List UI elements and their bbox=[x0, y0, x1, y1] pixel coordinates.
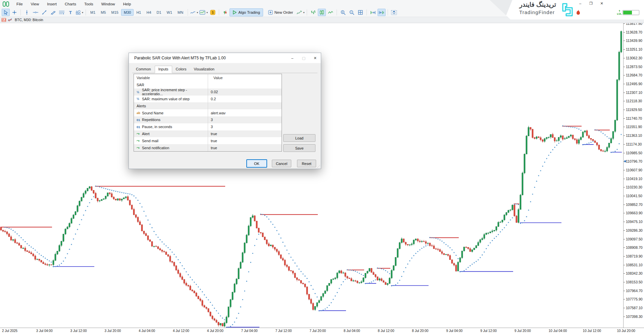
new-order-button[interactable]: New Order bbox=[265, 8, 296, 16]
price-tick bbox=[624, 41, 625, 41]
menu-view[interactable]: View bbox=[27, 1, 43, 7]
price-label: 112495.90 bbox=[626, 82, 642, 86]
horizontal-line-tool-button[interactable] bbox=[32, 9, 40, 16]
timeframe-m30[interactable]: M30 bbox=[121, 9, 134, 16]
tab-colors[interactable]: Colors bbox=[172, 66, 190, 73]
dialog-close-button[interactable]: ✕ bbox=[309, 53, 321, 63]
menu-help[interactable]: Help bbox=[119, 1, 135, 7]
play-icon bbox=[233, 10, 237, 14]
price-tick bbox=[624, 49, 625, 50]
deposit-button[interactable]: $ bbox=[209, 9, 217, 16]
menu-window[interactable]: Window bbox=[98, 1, 119, 7]
tile-windows-button[interactable] bbox=[356, 9, 364, 16]
menu-tools[interactable]: Tools bbox=[81, 1, 97, 7]
indicators-button[interactable]: ▾ bbox=[296, 9, 305, 16]
crosshair-tool-button[interactable] bbox=[10, 9, 18, 16]
resize-grip-icon[interactable]: ⋰ bbox=[317, 165, 320, 168]
timeframe-mn[interactable]: MN bbox=[175, 9, 186, 16]
channel-tool-button[interactable] bbox=[49, 9, 57, 16]
trendline-tool-button[interactable] bbox=[40, 9, 48, 16]
param-value[interactable]: alert.wav bbox=[208, 111, 226, 115]
price-label: 109663.90 bbox=[626, 211, 643, 215]
restore-button[interactable]: ❐ bbox=[588, 1, 594, 6]
zoom-out-button[interactable] bbox=[348, 9, 356, 16]
time-label: 2 Jul 2025 bbox=[2, 329, 17, 333]
tab-common[interactable]: Common bbox=[132, 66, 155, 73]
param-type-icon: ab bbox=[137, 111, 142, 115]
time-label: 7 Jul 20:00 bbox=[309, 329, 326, 333]
ok-button[interactable]: OK bbox=[246, 159, 267, 168]
bar-chart-mode-button[interactable] bbox=[309, 9, 317, 16]
fibonacci-tool-button[interactable] bbox=[58, 9, 66, 16]
price-tick bbox=[624, 230, 625, 231]
price-label: 109475.10 bbox=[626, 220, 643, 224]
timeframe-m1[interactable]: M1 bbox=[88, 9, 98, 16]
timeframe-h4[interactable]: H4 bbox=[144, 9, 154, 16]
param-label: SAR: maximum value of step bbox=[142, 97, 190, 101]
tab-inputs[interactable]: Inputs bbox=[155, 66, 172, 73]
price-label: 107398.30 bbox=[626, 315, 643, 319]
param-value[interactable]: true bbox=[208, 132, 217, 136]
menu-file[interactable]: File bbox=[13, 1, 27, 7]
dialog-maximize-button[interactable]: ▢ bbox=[298, 53, 309, 63]
timeframe-d1[interactable]: D1 bbox=[154, 9, 164, 16]
price-axis[interactable]: 113817.50113628.70113439.90113251.101130… bbox=[623, 23, 644, 328]
line-chart-style-button[interactable]: ▾ bbox=[190, 9, 198, 16]
new-order-label: New Order bbox=[275, 10, 293, 14]
load-button[interactable]: Load bbox=[283, 134, 315, 142]
minimize-button[interactable]: – bbox=[578, 1, 583, 6]
screenshot-button[interactable] bbox=[390, 9, 398, 16]
price-label: 111929.50 bbox=[626, 108, 642, 112]
line-chart-mode-button[interactable] bbox=[327, 9, 335, 16]
chart-shift-button[interactable] bbox=[378, 9, 386, 16]
auto-scroll-button[interactable] bbox=[369, 9, 377, 16]
close-button[interactable]: ✕ bbox=[599, 1, 604, 6]
menu-insert[interactable]: Insert bbox=[43, 1, 60, 7]
param-value[interactable]: 3 bbox=[208, 118, 213, 122]
price-label: 110419.10 bbox=[626, 177, 642, 181]
param-value[interactable]: 0.2 bbox=[208, 97, 216, 101]
buy-sell-arrows-icon[interactable] bbox=[221, 9, 229, 16]
timeframe-w1[interactable]: W1 bbox=[164, 9, 175, 16]
candlestick-mode-button[interactable] bbox=[318, 9, 326, 16]
time-label: 9 Jul 12:00 bbox=[480, 329, 497, 333]
param-label: SAR bbox=[137, 83, 144, 87]
param-type-icon: ½ bbox=[137, 97, 142, 101]
price-tick bbox=[624, 32, 625, 33]
cancel-button[interactable]: Cancel bbox=[272, 160, 291, 167]
cursor-tool-button[interactable] bbox=[2, 9, 10, 16]
tab-visualization[interactable]: Visualization bbox=[190, 66, 218, 73]
param-value[interactable]: 3 bbox=[208, 125, 213, 129]
shapes-tool-button[interactable]: ▾ bbox=[75, 9, 84, 16]
reset-button[interactable]: Reset bbox=[297, 160, 316, 167]
menu-charts[interactable]: Charts bbox=[61, 1, 80, 7]
chart-lines-icon[interactable] bbox=[8, 18, 12, 22]
price-label: 112684.70 bbox=[626, 73, 642, 77]
chart-window-icon[interactable] bbox=[2, 18, 6, 22]
text-tool-button[interactable]: T bbox=[66, 9, 75, 16]
price-tick bbox=[624, 170, 625, 170]
dialog-minimize-button[interactable]: – bbox=[287, 53, 298, 63]
vertical-line-tool-button[interactable] bbox=[23, 9, 31, 16]
chart-tab-label[interactable]: BTC, M30: Bitcoin bbox=[15, 18, 43, 22]
brand-panel: تریدینگ فایندر TradingFinder – ❐ ✕ ⇡LVL bbox=[490, 0, 644, 19]
zoom-in-button[interactable] bbox=[339, 9, 347, 16]
time-axis[interactable]: 2 Jul 20253 Jul 04:003 Jul 12:003 Jul 20… bbox=[0, 328, 644, 334]
price-label: 112873.50 bbox=[626, 65, 642, 69]
timeframe-h1[interactable]: H1 bbox=[134, 9, 144, 16]
param-value[interactable]: true bbox=[208, 146, 217, 150]
price-tick bbox=[624, 308, 625, 308]
time-label: 10 Jul 04:00 bbox=[549, 329, 567, 333]
algo-trading-button[interactable]: Algo Trading bbox=[230, 8, 263, 16]
save-button[interactable]: Save bbox=[283, 144, 315, 152]
param-value[interactable]: true bbox=[208, 139, 217, 143]
param-label: Send mail bbox=[142, 139, 158, 143]
param-label: Alert bbox=[142, 132, 150, 136]
price-tick bbox=[624, 110, 625, 110]
price-tick bbox=[624, 118, 625, 119]
indicator-window-button[interactable]: ▾ bbox=[199, 9, 208, 16]
timeframe-m15[interactable]: M15 bbox=[109, 9, 121, 16]
timeframe-m5[interactable]: M5 bbox=[98, 9, 108, 16]
chevron-down-icon: ▾ bbox=[303, 11, 304, 14]
param-value[interactable]: 0.02 bbox=[208, 90, 218, 94]
